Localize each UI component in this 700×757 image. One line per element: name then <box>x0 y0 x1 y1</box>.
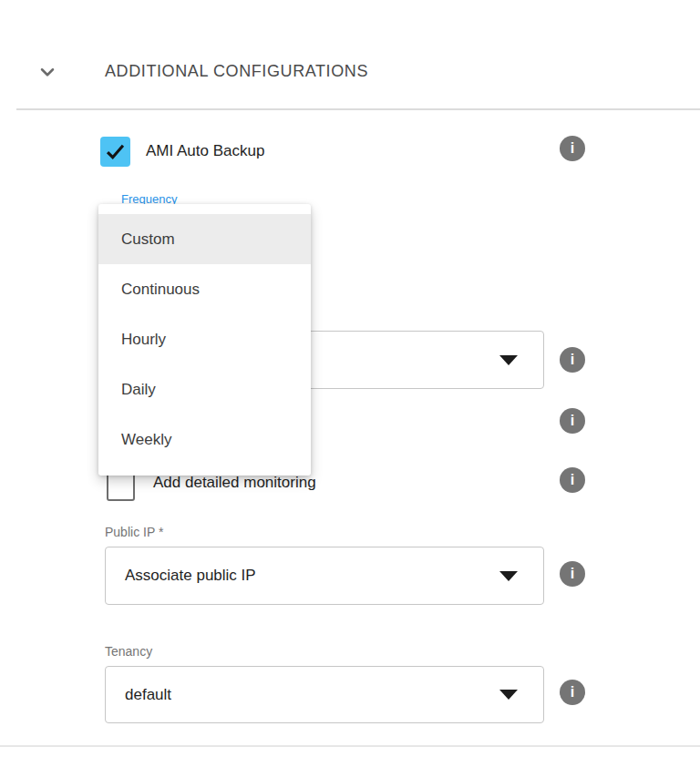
detailed-monitoring-checkbox[interactable] <box>107 473 135 501</box>
info-icon[interactable]: i <box>560 347 585 373</box>
info-icon[interactable]: i <box>560 136 585 161</box>
info-icon[interactable]: i <box>560 561 585 587</box>
info-glyph: i <box>571 684 574 701</box>
menu-item-weekly[interactable]: Weekly <box>98 414 311 465</box>
additional-configurations-panel: ADDITIONAL CONFIGURATIONS AMI Auto Backu… <box>0 0 700 757</box>
info-glyph: i <box>571 140 574 157</box>
frequency-dropdown-menu: Custom Continuous Hourly Daily Weekly <box>98 204 311 476</box>
public-ip-field-label: Public IP * <box>105 525 163 539</box>
checkmark-icon <box>103 139 128 164</box>
chevron-down-icon <box>36 60 59 84</box>
public-ip-selected-value: Associate public IP <box>125 567 256 585</box>
ami-auto-backup-checkbox[interactable] <box>100 137 130 167</box>
section-title: ADDITIONAL CONFIGURATIONS <box>105 62 368 81</box>
info-icon[interactable]: i <box>560 408 585 434</box>
section-divider <box>16 108 700 110</box>
info-glyph: i <box>571 566 574 582</box>
bottom-divider <box>0 745 700 747</box>
public-ip-select[interactable]: Associate public IP <box>105 547 544 605</box>
tenancy-select[interactable]: default <box>105 666 544 723</box>
dropdown-arrow-icon <box>499 355 518 365</box>
tenancy-field-label: Tenancy <box>105 644 152 659</box>
tenancy-selected-value: default <box>125 686 171 704</box>
menu-item-continuous[interactable]: Continuous <box>98 264 311 314</box>
menu-item-daily[interactable]: Daily <box>98 364 311 414</box>
menu-item-hourly[interactable]: Hourly <box>98 314 311 364</box>
info-glyph: i <box>571 472 574 488</box>
ami-auto-backup-label: AMI Auto Backup <box>146 142 264 160</box>
menu-item-custom[interactable]: Custom <box>98 214 311 264</box>
section-collapse-button[interactable] <box>35 59 60 85</box>
info-glyph: i <box>571 352 574 368</box>
info-icon[interactable]: i <box>560 467 585 493</box>
info-icon[interactable]: i <box>560 680 585 705</box>
dropdown-arrow-icon <box>499 571 518 581</box>
info-glyph: i <box>571 413 574 429</box>
dropdown-arrow-icon <box>499 690 518 700</box>
